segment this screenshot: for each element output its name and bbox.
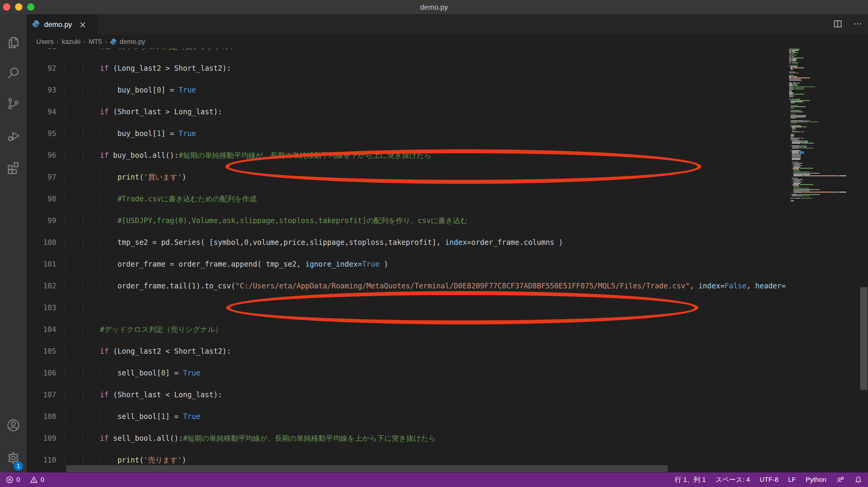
code-token: buy_bool[ <box>65 86 157 94</box>
code-token: print <box>117 173 139 181</box>
code-line: 108 sell_bool[1] = True <box>27 411 789 422</box>
indent-guide <box>65 150 65 161</box>
indent-guide <box>83 346 83 357</box>
minimap-token <box>789 87 793 87</box>
indent-guide <box>100 85 100 95</box>
code-token: index <box>699 282 720 290</box>
code-token: True <box>179 129 196 138</box>
code-token: 0 <box>161 369 165 377</box>
breadcrumb-item-demo-py[interactable]: demo.py <box>120 38 145 45</box>
vertical-scrollbar[interactable] <box>860 49 868 465</box>
indent-guide <box>65 106 65 117</box>
code-token: = <box>358 260 362 268</box>
indent-guide <box>65 346 65 357</box>
explorer-icon[interactable] <box>0 28 27 57</box>
code-token: order_frame.tail( <box>65 282 192 290</box>
line-number: 109 <box>27 433 56 444</box>
close-icon[interactable]: × <box>79 20 86 30</box>
minimap-token <box>800 153 804 154</box>
breadcrumb-item-mt5[interactable]: MT5 <box>89 38 102 45</box>
minimap-token <box>790 118 796 119</box>
code-token: print <box>117 456 139 464</box>
code-token: 1 <box>192 282 196 290</box>
minimap-token <box>789 75 794 76</box>
python-icon <box>32 20 40 29</box>
code-token: 0 <box>157 86 161 94</box>
minimap-token <box>804 142 808 142</box>
minimap-token <box>790 150 792 151</box>
minimap-token <box>793 169 795 170</box>
code-token: buy_bool[ <box>65 129 157 138</box>
minimap[interactable] <box>789 49 860 465</box>
vscode-window: { "window": { "title": "demo.py" }, "tra… <box>0 0 868 487</box>
minimap-token <box>802 126 807 127</box>
line-number: 93 <box>27 85 56 95</box>
tab-demo-py[interactable]: demo.py × <box>27 14 99 35</box>
indent-guide <box>83 63 83 74</box>
code-line: 97 print('買います') <box>27 172 789 183</box>
breadcrumb-item-kazuki[interactable]: kazuki <box>62 38 81 45</box>
code-token: #デッドクロス判定（売りシグナル） <box>65 325 222 334</box>
status-warning-count[interactable]: 0 <box>30 476 44 484</box>
code-token: order_frame = order_frame.append( tmp_se… <box>65 260 305 268</box>
more-actions-icon[interactable] <box>852 19 863 31</box>
code-token: ,volume,price,slippage,stoploss,takeprof… <box>249 238 445 247</box>
code-token: '売ります' <box>144 456 182 464</box>
minimap-token <box>801 131 804 132</box>
indent-guide <box>65 455 65 465</box>
editor-actions <box>832 14 863 35</box>
vertical-scrollbar-thumb[interactable] <box>860 287 867 390</box>
minimap-token <box>794 182 802 183</box>
minimap-token <box>792 143 800 144</box>
minimap-line <box>789 201 860 203</box>
split-editor-icon[interactable] <box>832 19 843 31</box>
minimap-token <box>790 100 810 101</box>
status-item[interactable]: LF <box>788 476 796 484</box>
settings-gear-icon[interactable]: 1 <box>0 444 27 473</box>
minimap-token <box>796 169 799 170</box>
status-item[interactable]: Python <box>806 476 827 484</box>
code-editor[interactable]: 91 #ゴールデンクロス判定（買いシグナル）92 if (Long_last2 … <box>27 49 789 465</box>
breadcrumb-item-users[interactable]: Users <box>36 38 54 45</box>
status-bar: 00 行 1、列 1スペース: 4UTF-8LFPython <box>0 473 868 487</box>
status-error-count[interactable]: 0 <box>5 476 20 484</box>
minimap-token <box>801 143 814 144</box>
minimap-token <box>789 88 793 89</box>
line-number: 97 <box>27 172 56 183</box>
code-token <box>65 456 117 464</box>
status-item[interactable]: スペース: 4 <box>715 475 750 484</box>
account-icon[interactable] <box>0 411 27 440</box>
minimap-token <box>789 56 792 57</box>
bell-icon[interactable] <box>854 476 863 484</box>
minimap-token <box>789 51 792 52</box>
status-item[interactable]: UTF-8 <box>760 476 778 484</box>
minimap-token <box>789 92 794 93</box>
minimap-token <box>790 101 803 102</box>
indent-guide <box>100 280 100 292</box>
status-item[interactable]: 行 1、列 1 <box>675 475 706 484</box>
code-token: ] = <box>161 86 179 94</box>
indent-guide <box>83 324 83 335</box>
extensions-icon[interactable] <box>0 153 27 182</box>
line-number: 98 <box>27 193 56 204</box>
minimap-token <box>789 55 797 56</box>
indent-guide <box>100 215 100 226</box>
minimap-token <box>789 90 792 91</box>
source-control-icon[interactable] <box>0 89 27 118</box>
minimap-token <box>792 168 793 169</box>
line-number: 106 <box>27 368 56 378</box>
feedback-icon[interactable] <box>836 476 844 484</box>
minimap-token <box>803 192 838 192</box>
minimap-token <box>793 192 803 192</box>
indent-guide <box>83 433 83 444</box>
horizontal-scrollbar-thumb[interactable] <box>66 465 668 472</box>
minimap-token <box>789 78 792 78</box>
indent-guide <box>83 128 83 139</box>
minimap-token <box>789 52 798 53</box>
search-icon[interactable] <box>0 58 27 87</box>
activity-bar: 1 <box>0 14 27 473</box>
run-debug-icon[interactable] <box>0 121 27 150</box>
minimap-token <box>799 168 813 169</box>
indent-guide <box>83 455 83 465</box>
minimap-token <box>793 189 819 190</box>
